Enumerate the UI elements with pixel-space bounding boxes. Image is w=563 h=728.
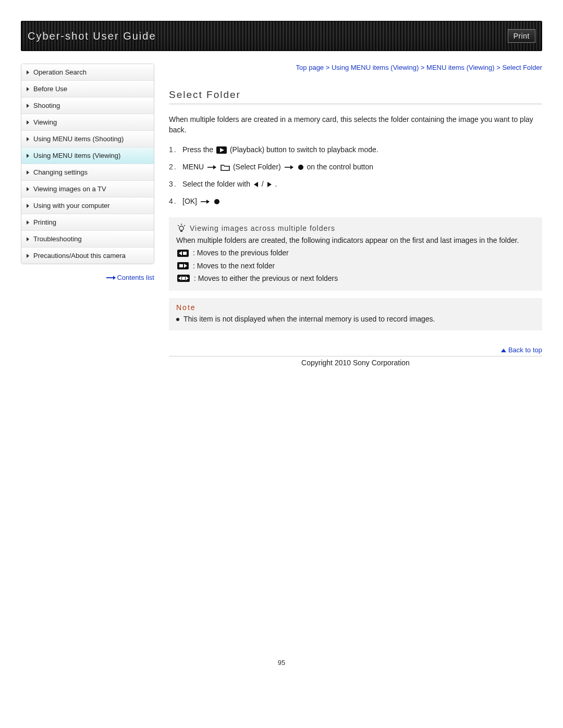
print-button[interactable]: Print xyxy=(508,29,535,43)
next-folder-icon xyxy=(177,262,189,269)
sidebar-item-label: Troubleshooting xyxy=(33,235,82,243)
chevron-right-icon xyxy=(27,220,29,225)
prev-next-folder-icon xyxy=(177,275,190,282)
chevron-right-icon xyxy=(27,120,29,125)
sidebar-item-label: Using with your computer xyxy=(33,202,110,209)
bullet-icon xyxy=(176,318,179,321)
breadcrumb[interactable]: Top page > Using MENU items (Viewing) > … xyxy=(169,64,542,71)
sidebar-item[interactable]: Shooting xyxy=(21,97,154,114)
sidebar: Operation SearchBefore UseShootingViewin… xyxy=(21,64,154,367)
step-3: Select the folder with / . xyxy=(169,176,542,193)
main-content: Top page > Using MENU items (Viewing) > … xyxy=(169,64,542,367)
triangle-up-icon xyxy=(501,349,506,352)
arrow-right-icon xyxy=(284,165,293,170)
chevron-right-icon xyxy=(27,254,29,258)
svg-rect-13 xyxy=(180,230,182,232)
sidebar-item-label: Before Use xyxy=(33,85,67,93)
chevron-right-icon xyxy=(27,87,29,91)
prev-folder-icon xyxy=(177,250,189,257)
svg-rect-19 xyxy=(183,252,187,255)
sidebar-item[interactable]: Precautions/About this camera xyxy=(21,248,154,264)
sidebar-item[interactable]: Using MENU items (Viewing) xyxy=(21,147,154,164)
svg-marker-5 xyxy=(290,165,293,169)
intro-text: When multiple folders are created in a m… xyxy=(169,115,542,135)
folder-icon xyxy=(221,164,230,171)
contents-list-link[interactable]: Contents list xyxy=(21,274,154,281)
note-title: Note xyxy=(176,303,535,312)
center-button-icon xyxy=(298,164,304,170)
chevron-right-icon xyxy=(27,187,29,191)
contents-list-label: Contents list xyxy=(117,274,154,281)
step-1: Press the (Playback) button to switch to… xyxy=(169,141,542,158)
sidebar-item[interactable]: Viewing images on a TV xyxy=(21,181,154,198)
svg-line-16 xyxy=(184,225,185,226)
sidebar-item[interactable]: Printing xyxy=(21,214,154,231)
sidebar-item[interactable]: Using with your computer xyxy=(21,198,154,214)
svg-line-15 xyxy=(178,225,179,226)
tip-line-next: : Moves to the next folder xyxy=(176,261,535,271)
tip-line-both: : Moves to either the previous or next f… xyxy=(176,273,535,283)
copyright: Copyright 2010 Sony Corporation xyxy=(169,359,542,367)
divider xyxy=(169,356,542,356)
svg-rect-25 xyxy=(182,277,185,280)
svg-marker-3 xyxy=(213,165,216,169)
tip-title: Viewing images across multiple folders xyxy=(190,224,335,232)
sidebar-item[interactable]: Using MENU items (Shooting) xyxy=(21,131,154,147)
sidebar-item-label: Viewing xyxy=(33,118,57,126)
sidebar-item[interactable]: Operation Search xyxy=(21,64,154,81)
sidebar-item[interactable]: Viewing xyxy=(21,114,154,131)
sidebar-item[interactable]: Before Use xyxy=(21,81,154,97)
sidebar-item-label: Viewing images on a TV xyxy=(33,185,106,193)
sidebar-item-label: Shooting xyxy=(33,102,60,109)
svg-rect-21 xyxy=(179,264,183,267)
chevron-right-icon xyxy=(27,237,29,241)
triangle-right-icon xyxy=(267,181,272,188)
back-to-top-link[interactable]: Back to top xyxy=(169,346,542,354)
svg-marker-8 xyxy=(267,182,272,187)
arrow-right-icon xyxy=(200,199,210,204)
chevron-right-icon xyxy=(27,137,29,141)
step-2: MENU (Select Folder) on the control xyxy=(169,158,542,176)
page-title: Select Folder xyxy=(169,89,542,104)
page-number: 95 xyxy=(21,659,542,667)
hint-bulb-icon xyxy=(177,224,186,233)
svg-marker-7 xyxy=(254,182,258,187)
arrow-right-icon xyxy=(207,165,216,170)
sidebar-item-label: Changing settings xyxy=(33,168,88,176)
note-item: This item is not displayed when the inte… xyxy=(176,315,535,323)
sidebar-item-label: Operation Search xyxy=(33,68,87,76)
svg-point-6 xyxy=(298,165,303,170)
arrow-right-icon xyxy=(106,277,114,278)
sidebar-item[interactable]: Changing settings xyxy=(21,164,154,181)
sidebar-nav: Operation SearchBefore UseShootingViewin… xyxy=(21,64,154,264)
playback-icon xyxy=(216,146,227,154)
header-title: Cyber-shot User Guide xyxy=(28,30,156,42)
header-bar: Cyber-shot User Guide Print xyxy=(21,21,542,51)
note-box: Note This item is not displayed when the… xyxy=(169,298,542,330)
svg-marker-10 xyxy=(206,200,210,204)
chevron-right-icon xyxy=(27,154,29,158)
sidebar-item-label: Using MENU items (Shooting) xyxy=(33,135,124,143)
chevron-right-icon xyxy=(27,70,29,75)
triangle-left-icon xyxy=(253,181,259,188)
center-button-icon xyxy=(214,199,220,205)
chevron-right-icon xyxy=(27,104,29,108)
sidebar-item-label: Using MENU items (Viewing) xyxy=(33,152,120,159)
chevron-right-icon xyxy=(27,170,29,175)
svg-point-11 xyxy=(214,199,219,204)
sidebar-item[interactable]: Troubleshooting xyxy=(21,231,154,248)
tip-box: Viewing images across multiple folders W… xyxy=(169,217,542,291)
steps-list: Press the (Playback) button to switch to… xyxy=(169,141,542,210)
sidebar-item-label: Printing xyxy=(33,218,56,226)
chevron-right-icon xyxy=(27,204,29,208)
tip-body: When multiple folders are created, the f… xyxy=(176,235,535,283)
step-4: [OK] xyxy=(169,193,542,210)
sidebar-item-label: Precautions/About this camera xyxy=(33,252,126,260)
tip-title-row: Viewing images across multiple folders xyxy=(176,224,535,233)
tip-line-prev: : Moves to the previous folder xyxy=(176,248,535,258)
svg-point-12 xyxy=(179,226,183,230)
